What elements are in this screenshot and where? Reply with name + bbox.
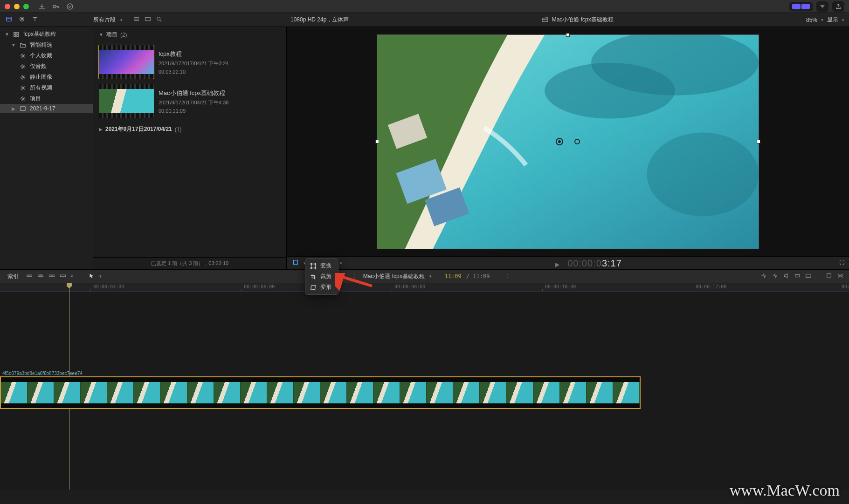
zoom-dropdown[interactable]: 85% bbox=[806, 17, 817, 23]
titles-tab-icon[interactable] bbox=[32, 16, 38, 24]
sidebar-library-root[interactable]: ▼ fcpx基础教程 bbox=[0, 29, 93, 40]
svg-point-0 bbox=[53, 5, 56, 8]
snapping-icon[interactable] bbox=[794, 272, 801, 280]
minimize-window-button[interactable] bbox=[14, 4, 20, 9]
browser-date-group[interactable]: ▶ 2021年9月17日2017/04/21 (1) bbox=[93, 121, 286, 138]
format-label: 1080p HD 24p，立体声 bbox=[290, 16, 349, 24]
layout-timeline-icon[interactable] bbox=[801, 4, 810, 9]
resize-handle-right[interactable] bbox=[757, 140, 760, 143]
svg-point-6 bbox=[157, 17, 160, 20]
sidebar-smart-label: 智能精选 bbox=[30, 41, 52, 49]
filmstrip-view-icon[interactable] bbox=[145, 16, 151, 24]
anchor-icon[interactable] bbox=[555, 137, 564, 146]
chevron-down-icon[interactable]: ▾ bbox=[71, 274, 73, 279]
timeline-history-back[interactable]: 〈 bbox=[347, 272, 359, 280]
popup-item-distort[interactable]: 变形 bbox=[305, 282, 338, 293]
ruler-label: 00:00:08:00 bbox=[394, 284, 425, 289]
overwrite-clip-icon[interactable] bbox=[60, 272, 66, 280]
sidebar-item-favorites[interactable]: 个人收藏 bbox=[0, 50, 93, 61]
photos-tab-icon[interactable] bbox=[19, 16, 25, 24]
list-view-icon[interactable] bbox=[133, 16, 140, 24]
traffic-lights[interactable] bbox=[5, 4, 29, 9]
popup-item-transform[interactable]: 变换 bbox=[305, 260, 338, 271]
gear-icon bbox=[20, 53, 26, 59]
keyword-icon[interactable] bbox=[52, 3, 60, 10]
append-clip-icon[interactable] bbox=[48, 272, 55, 280]
sidebar-event[interactable]: ▶ 2021-9-17 bbox=[0, 104, 93, 113]
play-icon[interactable]: ▶ bbox=[555, 261, 560, 268]
svg-point-3 bbox=[20, 17, 24, 21]
viewer-canvas[interactable] bbox=[287, 27, 849, 256]
share-icon[interactable] bbox=[832, 1, 844, 12]
transform-center-handle[interactable] bbox=[555, 137, 580, 146]
inspector-toggle-icon[interactable] bbox=[816, 1, 828, 12]
skimming-icon[interactable] bbox=[760, 272, 767, 280]
select-tool-icon[interactable] bbox=[88, 272, 95, 280]
sidebar-smart-collections[interactable]: ▼ 智能精选 bbox=[0, 40, 93, 50]
svg-rect-7 bbox=[14, 32, 16, 34]
clip-duration: 00:00:11:09 bbox=[159, 108, 281, 114]
sidebar-item-stills[interactable]: 静止图像 bbox=[0, 72, 93, 82]
library-tab-icon[interactable] bbox=[6, 16, 12, 24]
chevron-down-icon[interactable]: ▾ bbox=[429, 274, 432, 279]
transform-tool-icon[interactable] bbox=[292, 259, 299, 267]
timeline[interactable]: 00:00:04:0000:00:06:0000:00:08:0000:00:1… bbox=[0, 283, 849, 490]
sidebar-item-label: 所有视频 bbox=[30, 84, 52, 92]
solo-icon[interactable] bbox=[783, 272, 789, 280]
layout-browser-icon[interactable] bbox=[792, 4, 801, 9]
clip-title: Mac小伯通 fcpx基础教程 bbox=[159, 89, 281, 97]
clip-date: 2021/9/172017/04/21 下午4:38 bbox=[159, 99, 281, 106]
resize-handle-left[interactable] bbox=[375, 140, 379, 143]
search-icon[interactable] bbox=[156, 16, 162, 24]
sidebar-item-video[interactable]: 所有视频 bbox=[0, 82, 93, 93]
view-dropdown[interactable]: 显示 bbox=[827, 16, 838, 24]
sidebar-event-label: 2021-9-17 bbox=[30, 105, 55, 112]
folder-icon bbox=[20, 42, 26, 48]
timeline-project-name[interactable]: Mac小伯通 fcpx基础教程 bbox=[363, 272, 425, 280]
resize-handle-top[interactable] bbox=[566, 33, 570, 37]
timeline-clip[interactable]: 4f5d079a3bd8e1a6f6b8733bec7eee74 bbox=[0, 376, 641, 409]
crop-icon bbox=[310, 273, 317, 280]
clip-thumbnail[interactable] bbox=[99, 84, 154, 118]
svg-rect-32 bbox=[41, 275, 43, 277]
clip-title: fcpx教程 bbox=[159, 50, 281, 58]
fullscreen-icon[interactable] bbox=[839, 260, 845, 267]
svg-point-14 bbox=[22, 87, 24, 89]
sidebar-item-label: 仅音频 bbox=[30, 62, 47, 70]
gear-icon bbox=[20, 85, 26, 91]
svg-point-11 bbox=[22, 55, 24, 57]
popup-label: 变形 bbox=[320, 283, 331, 291]
timeline-ruler[interactable]: 00:00:04:0000:00:06:0000:00:08:0000:00:1… bbox=[0, 283, 849, 292]
effects-browser-icon[interactable] bbox=[826, 272, 832, 280]
browser-clip[interactable]: Mac小伯通 fcpx基础教程 2021/9/172017/04/21 下午4:… bbox=[93, 82, 286, 121]
clip-appearance-icon[interactable] bbox=[805, 272, 812, 280]
background-tasks-icon[interactable] bbox=[66, 3, 74, 10]
viewer-frame[interactable] bbox=[377, 34, 759, 249]
rotation-handle-icon[interactable] bbox=[574, 138, 580, 145]
insert-clip-icon[interactable] bbox=[37, 272, 44, 280]
svg-point-15 bbox=[22, 98, 24, 100]
transitions-browser-icon[interactable] bbox=[837, 272, 843, 280]
workspace-layout-toggle[interactable] bbox=[789, 2, 813, 11]
transform-popup-menu[interactable]: 变换 裁剪 变形 bbox=[305, 258, 338, 295]
svg-point-42 bbox=[311, 267, 312, 269]
close-window-button[interactable] bbox=[5, 4, 10, 9]
zoom-window-button[interactable] bbox=[23, 4, 29, 9]
viewer-panel: ▾ ▾ ▾ ▶00:00:03:17 bbox=[287, 27, 849, 269]
svg-rect-10 bbox=[17, 34, 19, 36]
timeline-history-forward[interactable]: 〉 bbox=[504, 272, 515, 280]
sidebar-item-projects[interactable]: 项目 bbox=[0, 93, 93, 104]
sidebar-item-audio[interactable]: 仅音频 bbox=[0, 61, 93, 72]
timeline-index-button[interactable]: 索引 bbox=[0, 272, 26, 280]
audio-skim-icon[interactable] bbox=[772, 272, 778, 280]
clip-thumbnail[interactable] bbox=[99, 45, 154, 79]
event-icon bbox=[20, 105, 26, 112]
import-icon[interactable] bbox=[38, 3, 46, 10]
browser-project-header[interactable]: ▼ 项目 (2) bbox=[93, 27, 286, 42]
svg-rect-30 bbox=[30, 275, 32, 277]
connect-clip-icon[interactable] bbox=[26, 272, 33, 280]
browser-clip[interactable]: fcpx教程 2021/9/172017/04/21 下午3:24 00:03:… bbox=[93, 42, 286, 82]
clip-filter-dropdown[interactable]: 所有片段 bbox=[93, 16, 116, 24]
popup-item-crop[interactable]: 裁剪 bbox=[305, 271, 338, 282]
svg-rect-9 bbox=[14, 34, 16, 36]
